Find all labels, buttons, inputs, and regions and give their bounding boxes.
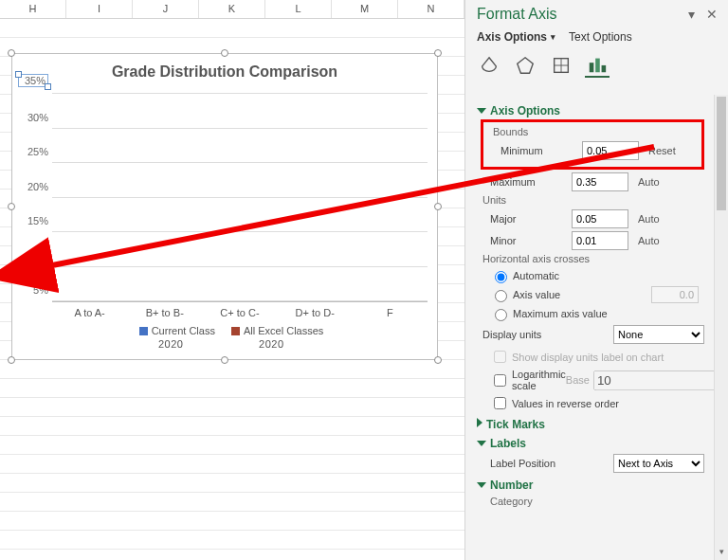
svg-rect-6 bbox=[595, 59, 600, 73]
pane-menu-icon[interactable]: ▾ bbox=[683, 7, 701, 22]
log-base-input bbox=[593, 370, 714, 390]
col-header[interactable]: K bbox=[199, 0, 265, 18]
y-tick-label[interactable]: 25% bbox=[18, 146, 48, 157]
y-tick-label[interactable]: 15% bbox=[18, 215, 48, 226]
col-header[interactable]: N bbox=[398, 0, 464, 18]
y-tick-label[interactable]: 30% bbox=[18, 112, 48, 123]
scroll-thumb[interactable] bbox=[717, 97, 726, 210]
col-header[interactable]: H bbox=[0, 0, 66, 18]
hcross-label: Horizontal axis crosses bbox=[482, 253, 704, 264]
legend-sub-series1: 2020 bbox=[126, 338, 216, 350]
reverse-checkbox[interactable] bbox=[494, 397, 506, 409]
effects-icon[interactable] bbox=[513, 53, 537, 78]
legend-swatch-series1 bbox=[139, 327, 148, 335]
major-label: Major bbox=[490, 213, 572, 225]
legend-swatch-series2 bbox=[231, 327, 240, 335]
min-input[interactable] bbox=[582, 141, 639, 160]
col-header[interactable]: I bbox=[66, 0, 133, 18]
min-label: Minimum bbox=[500, 145, 582, 156]
minor-label: Minor bbox=[490, 235, 572, 246]
bounds-label: Bounds bbox=[493, 126, 698, 137]
display-units-select[interactable]: None bbox=[613, 325, 704, 344]
scroll-down-icon[interactable]: ▾ bbox=[715, 547, 728, 560]
y-tick-label[interactable]: 10% bbox=[18, 250, 48, 262]
max-auto-button[interactable]: Auto bbox=[638, 176, 660, 188]
max-label: Maximum bbox=[490, 176, 572, 188]
x-tick-label[interactable]: D+ to D- bbox=[278, 307, 353, 318]
section-axis-options[interactable]: Axis Options bbox=[477, 104, 704, 117]
x-tick-label[interactable]: B+ to B- bbox=[127, 307, 202, 318]
display-units-label: Display units bbox=[482, 329, 613, 340]
x-tick-label[interactable]: F bbox=[353, 307, 428, 318]
category-label: Category bbox=[490, 496, 704, 507]
axis-options-icon[interactable] bbox=[585, 53, 610, 78]
y-tick-label[interactable]: 20% bbox=[18, 181, 48, 192]
col-header[interactable]: L bbox=[265, 0, 332, 18]
units-label: Units bbox=[482, 194, 704, 206]
section-tick-marks[interactable]: Tick Marks bbox=[477, 418, 704, 431]
label-pos-select[interactable]: Next to Axis bbox=[613, 454, 704, 473]
major-input[interactable] bbox=[572, 209, 628, 228]
hcross-axisvalue-input bbox=[651, 286, 699, 303]
x-tick-label[interactable]: C+ to C- bbox=[202, 307, 277, 318]
svg-rect-5 bbox=[590, 63, 594, 72]
svg-marker-1 bbox=[518, 58, 534, 74]
major-auto-button[interactable]: Auto bbox=[638, 213, 660, 225]
min-reset-button[interactable]: Reset bbox=[648, 145, 676, 156]
minor-auto-button[interactable]: Auto bbox=[638, 235, 660, 246]
y-tick-label[interactable]: 5% bbox=[18, 284, 48, 296]
chart-title[interactable]: Grade Distribution Comparison bbox=[12, 63, 437, 81]
legend-sub-series2: 2020 bbox=[219, 338, 323, 350]
column-header-row: H I J K L M N bbox=[0, 0, 464, 19]
tab-axis-options[interactable]: Axis Options ▾ bbox=[477, 30, 555, 44]
col-header[interactable]: M bbox=[332, 0, 398, 18]
annotation-redbox: Bounds Minimum Reset bbox=[481, 119, 704, 170]
show-units-checkbox bbox=[494, 351, 506, 363]
section-labels[interactable]: Labels bbox=[477, 437, 704, 450]
x-tick-label[interactable]: A to A- bbox=[52, 307, 127, 318]
pane-scrollbar[interactable]: ▴ ▾ bbox=[714, 95, 728, 560]
legend-label-series1: Current Class bbox=[152, 325, 215, 336]
pane-title: Format Axis bbox=[477, 6, 556, 23]
hcross-max-radio[interactable] bbox=[495, 309, 507, 321]
size-props-icon[interactable] bbox=[549, 53, 573, 78]
fill-line-icon[interactable] bbox=[477, 53, 501, 78]
tab-text-options[interactable]: Text Options bbox=[569, 30, 632, 44]
label-pos-label: Label Position bbox=[490, 458, 613, 469]
legend-label-series2: All Excel Classes bbox=[244, 325, 323, 336]
hcross-axisvalue-radio[interactable] bbox=[495, 290, 507, 302]
y-tick-label-selected[interactable]: 35% bbox=[18, 74, 48, 87]
format-axis-pane: Format Axis ▾ ✕ Axis Options ▾ Text Opti… bbox=[464, 0, 728, 560]
section-number[interactable]: Number bbox=[477, 479, 704, 492]
log-scale-checkbox[interactable] bbox=[494, 374, 506, 387]
close-icon[interactable]: ✕ bbox=[703, 7, 720, 22]
col-header[interactable]: J bbox=[133, 0, 199, 18]
hcross-auto-radio[interactable] bbox=[495, 271, 507, 283]
minor-input[interactable] bbox=[572, 231, 628, 250]
svg-rect-7 bbox=[602, 65, 607, 72]
chart-object[interactable]: Grade Distribution Comparison 5% 10% 15%… bbox=[11, 53, 438, 360]
plot-area[interactable]: 5% 10% 15% 20% 25% 30% 35% A to A- B+ to bbox=[52, 94, 428, 302]
chart-legend[interactable]: Current Class All Excel Classes 2020 202… bbox=[12, 325, 437, 350]
max-input[interactable] bbox=[572, 172, 628, 191]
